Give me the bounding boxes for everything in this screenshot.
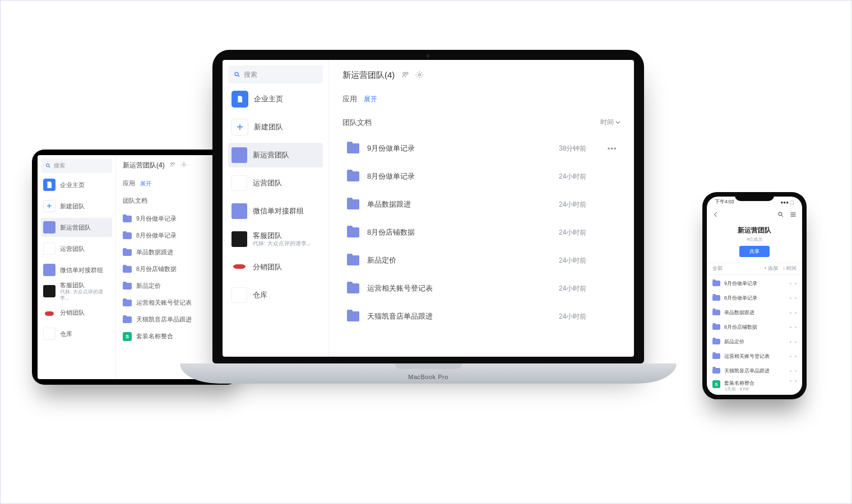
sort-button[interactable]: 时间 <box>600 118 621 127</box>
apps-label: 应用 <box>342 95 357 103</box>
doc-row[interactable]: 运营相关账号登记表 <box>123 295 227 311</box>
sidebar-team-new-ops[interactable]: 新运营团队 <box>41 218 112 237</box>
folder-icon <box>123 283 132 290</box>
team-label: 仓库 <box>60 330 72 338</box>
team-label: 运营团队 <box>60 245 85 253</box>
doc-row[interactable]: 8月份做单记录 <box>123 227 227 244</box>
sidebar-team-ops[interactable]: 运营团队 <box>41 239 112 258</box>
menu-icon[interactable] <box>790 210 797 220</box>
gear-icon[interactable] <box>415 71 424 81</box>
sidebar-team-warehouse[interactable]: 仓库 <box>228 283 323 307</box>
sidebar-team-wechat[interactable]: 微信单对接群组 <box>41 260 112 279</box>
sidebar-new-team-label: 新建团队 <box>60 202 85 211</box>
doc-row[interactable]: 单品数据跟进 24小时前 <box>342 190 621 218</box>
doc-row[interactable]: 9月份做单记录 <box>712 276 797 291</box>
doc-row[interactable]: S 套装名称整合 1天前 · 8 KB <box>712 378 797 395</box>
avatar <box>231 231 247 247</box>
sidebar-home[interactable]: 企业主页 <box>228 87 323 111</box>
team-header: 新运营团队(4) <box>342 70 621 81</box>
sidebar-team-dist[interactable]: 分销团队 <box>41 303 112 322</box>
team-label: 微信单对接群组 <box>253 206 304 216</box>
doc-row[interactable]: 8月份店铺数据 24小时前 <box>342 218 621 246</box>
row-actions[interactable] <box>790 283 797 284</box>
sidebar-team-new-ops[interactable]: 新运营团队 <box>228 143 323 167</box>
doc-row[interactable]: 天猫凯音店单品跟进 24小时前 <box>342 302 621 330</box>
doc-row[interactable]: 8月份店铺数据 <box>123 261 227 278</box>
avatar <box>43 264 55 276</box>
folder-icon <box>347 143 359 153</box>
sort-button[interactable]: ↕ 时间 <box>782 265 797 272</box>
members-icon[interactable] <box>401 71 410 81</box>
doc-row[interactable]: 9月份做单记录 38分钟前 ••• <box>342 134 621 162</box>
folder-icon <box>123 266 132 273</box>
search-icon[interactable] <box>777 210 784 220</box>
svg-point-2 <box>170 163 172 165</box>
team-label: 新运营团队 <box>253 150 289 160</box>
add-button[interactable]: + 添加 <box>764 265 778 272</box>
sidebar-team-wechat[interactable]: 微信单对接群组 <box>228 199 323 223</box>
doc-row[interactable]: 单品数据跟进 <box>123 244 227 261</box>
sidebar-team-service[interactable]: 客服团队 代林: 大众点评的请李... <box>228 227 323 251</box>
macbook-bezel: 搜索 企业主页 + 新建团队 新运营团队 运营团队 <box>212 50 644 363</box>
sidebar-home-label: 企业主页 <box>254 94 283 104</box>
search-input[interactable]: 搜索 <box>41 158 112 173</box>
doc-row[interactable]: S套装名称整合 <box>123 328 227 345</box>
docs-list: 9月份做单记录 38分钟前 ••• 8月份做单记录 24小时前 单品数据跟进 2… <box>342 134 621 330</box>
search-placeholder: 搜索 <box>54 162 65 170</box>
folder-icon <box>123 249 132 256</box>
row-actions[interactable] <box>790 370 797 372</box>
sidebar-new-team[interactable]: + 新建团队 <box>228 115 323 139</box>
doc-row[interactable]: 9月份做单记录 <box>123 211 227 227</box>
members-icon[interactable] <box>169 161 176 170</box>
svg-line-11 <box>782 216 784 217</box>
doc-time: 24小时前 <box>559 256 604 265</box>
row-actions[interactable] <box>790 312 797 314</box>
row-actions[interactable] <box>790 326 797 328</box>
doc-name: 9月份做单记录 <box>136 215 177 223</box>
expand-button[interactable]: 展开 <box>364 95 377 103</box>
sidebar-team-dist[interactable]: 分销团队 <box>228 255 323 279</box>
doc-row[interactable]: 运营相关账号登记表 24小时前 <box>342 274 621 302</box>
gear-icon[interactable] <box>180 161 187 170</box>
avatar <box>43 306 55 319</box>
ipad-device: 搜索 企业主页 + 新建团队 新运营团队 运营团队 微信单对接群组 <box>32 150 239 385</box>
sidebar-team-ops[interactable]: 运营团队 <box>228 171 323 195</box>
sidebar-team-service[interactable]: 客服团队 代林: 大众点评的请李... <box>41 282 112 301</box>
row-actions[interactable] <box>790 356 797 357</box>
doc-row[interactable]: 8月份店铺数据 <box>712 320 797 334</box>
sidebar-team-warehouse[interactable]: 仓库 <box>41 324 112 343</box>
team-header: 新运营团队(4) <box>123 161 227 170</box>
row-actions[interactable] <box>790 297 797 299</box>
folder-icon <box>347 227 359 237</box>
doc-time: 24小时前 <box>559 172 604 181</box>
doc-row[interactable]: 8月份做单记录 24小时前 <box>342 162 621 190</box>
avatar <box>43 242 55 255</box>
share-button[interactable]: 共享 <box>739 246 770 257</box>
doc-row[interactable]: 天猫凯音店单品跟进 <box>123 311 227 328</box>
doc-meta: 1天前 · 8 KB <box>725 386 754 391</box>
row-actions[interactable] <box>790 341 797 343</box>
search-input[interactable]: 搜索 <box>228 66 323 83</box>
expand-button[interactable]: 展开 <box>140 180 151 186</box>
sidebar-new-team[interactable]: + 新建团队 <box>41 197 112 216</box>
doc-row[interactable]: 新品定价 <box>123 278 227 295</box>
doc-name: 8月份店铺数据 <box>724 324 757 331</box>
doc-row[interactable]: 天猫凯音店单品跟进 <box>712 363 797 378</box>
sidebar-home[interactable]: 企业主页 <box>41 175 112 194</box>
doc-name: 单品数据跟进 <box>724 309 754 316</box>
doc-row[interactable]: 新品定价 <box>712 334 797 349</box>
back-button[interactable] <box>712 210 719 220</box>
doc-row[interactable]: 新品定价 24小时前 <box>342 246 621 274</box>
doc-row[interactable]: 8月份做单记录 <box>712 291 797 305</box>
folder-icon <box>712 310 720 315</box>
row-actions[interactable] <box>790 380 797 382</box>
sheet-icon: S <box>712 380 720 388</box>
apps-section: 应用 展开 <box>342 94 621 104</box>
doc-row[interactable]: 运营相关账号登记表 <box>712 349 797 363</box>
doc-row[interactable]: 单品数据跟进 <box>712 305 797 320</box>
filter-tab[interactable]: 全部 <box>712 265 723 272</box>
search-icon <box>45 163 51 169</box>
team-sub: 代林: 大众点评的请李... <box>253 240 311 247</box>
more-button[interactable]: ••• <box>604 144 621 153</box>
svg-point-10 <box>779 212 782 216</box>
